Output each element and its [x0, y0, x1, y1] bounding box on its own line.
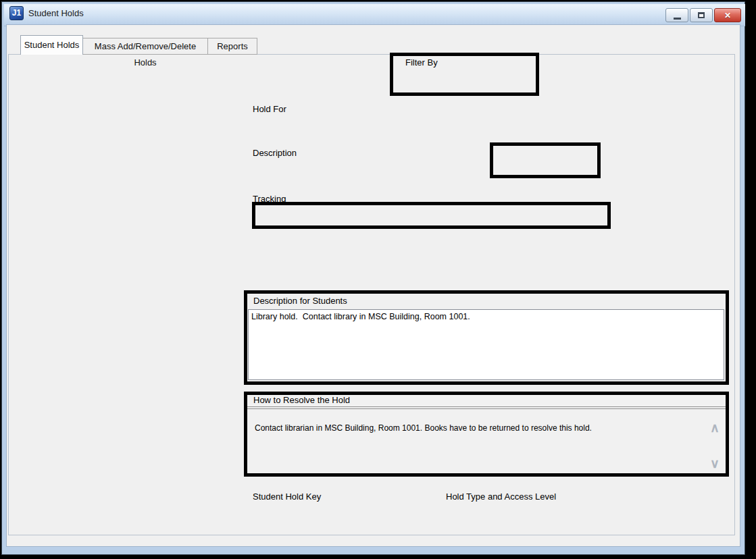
close-icon: ✕ [724, 11, 731, 20]
window-title: Student Holds [28, 8, 84, 18]
maximize-button[interactable] [690, 8, 713, 22]
scroll-down-icon[interactable]: ∨ [710, 457, 720, 470]
scroll-up-icon[interactable]: ∧ [710, 421, 720, 434]
description-legend: Description [251, 148, 299, 158]
student-hold-key-legend: Student Hold Key [251, 491, 323, 502]
close-button[interactable]: ✕ [714, 8, 741, 22]
maximize-icon [698, 12, 705, 18]
tab-mass-add-remove-delete[interactable]: Mass Add/Remove/Delete Holds [83, 38, 208, 55]
minimize-button[interactable] [665, 8, 688, 22]
filter-by-legend: Filter By [403, 57, 440, 68]
app-logo-icon: J1 [9, 6, 24, 20]
hold-type-legend: Hold Type and Access Level [444, 491, 558, 502]
hold-for-legend: Hold For [251, 104, 288, 114]
title-bar [4, 4, 745, 26]
resolve-divider [247, 406, 726, 409]
how-to-resolve-text: Contact librarian in MSC Building, Room … [255, 423, 694, 433]
how-to-resolve-legend: How to Resolve the Hold [251, 395, 352, 405]
tab-reports[interactable]: Reports [208, 38, 257, 55]
description-for-students-textarea[interactable]: Library hold. Contact library in MSC Bui… [248, 309, 724, 380]
description-for-students-legend: Description for Students [251, 296, 349, 306]
tab-student-holds[interactable]: Student Holds [20, 35, 83, 55]
screenshot-stage: J1 Student Holds ✕ Student Holds Mass Ad… [0, 0, 756, 559]
tracking-legend: Tracking [251, 194, 288, 204]
minimize-icon [674, 18, 681, 20]
